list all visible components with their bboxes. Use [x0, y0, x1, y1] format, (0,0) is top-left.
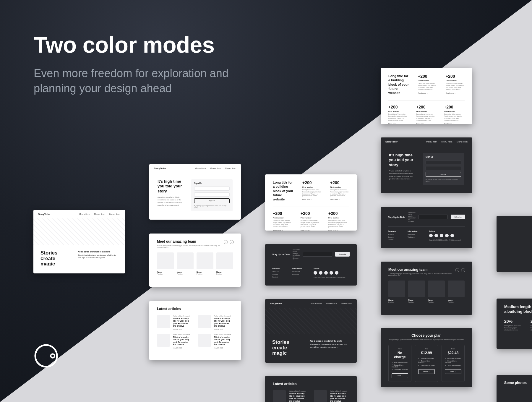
nav-item[interactable]: Menu item	[341, 302, 352, 305]
social-pinterest-icon[interactable]	[335, 271, 338, 275]
col-title: Information	[292, 268, 302, 269]
next-icon[interactable]: ›	[461, 268, 465, 272]
footer-link[interactable]: Careers	[272, 273, 280, 275]
team-sub: A short paragraph describing your team. …	[157, 245, 222, 248]
stat-label: First number	[416, 111, 435, 112]
stat-more[interactable]: Read more →	[418, 92, 437, 94]
plan-feature: First item included	[418, 357, 435, 359]
signup-button[interactable]: Sign up	[426, 172, 461, 177]
plan-feature: Second item included	[418, 360, 435, 364]
email-field[interactable]	[194, 192, 230, 197]
footer-link[interactable]: Newsletter	[408, 234, 417, 235]
stat-desc: Description of the number. People always…	[446, 82, 465, 90]
nav-item[interactable]: Menu item	[210, 167, 221, 170]
social-pinterest-icon[interactable]	[450, 234, 454, 237]
card-empty-dark	[497, 216, 532, 272]
stat-desc: Description of the number. People always…	[273, 220, 292, 228]
stat-more[interactable]: Read more →	[273, 229, 292, 231]
stat-label: First number	[273, 217, 292, 219]
social-twitter-icon[interactable]	[314, 271, 317, 275]
footer-link[interactable]: About us	[388, 234, 396, 235]
nav-item[interactable]: Menu item	[225, 167, 236, 170]
stat-value: +200	[418, 74, 437, 79]
name-field[interactable]	[426, 160, 461, 164]
social-twitter-icon[interactable]	[429, 234, 433, 237]
nav-item[interactable]: Menu item	[195, 167, 206, 170]
avatar	[408, 281, 425, 297]
signup-form: Sign Up Sign up By signing up you agree …	[423, 153, 464, 185]
nav-item[interactable]: Menu item	[311, 302, 322, 305]
social-instagram-icon[interactable]	[324, 271, 328, 275]
email-field[interactable]	[426, 166, 461, 170]
article-title[interactable]: Think of a catchy title for your blog po…	[173, 317, 192, 328]
col-title: Follow	[314, 268, 346, 269]
social-facebook-icon[interactable]	[434, 234, 438, 237]
signup-button[interactable]: Sign up	[194, 198, 230, 203]
article-title[interactable]: Think of a catchy title for your blog po…	[289, 393, 308, 402]
select-plan-button[interactable]: Select →	[392, 373, 408, 378]
select-plan-button[interactable]: Select →	[418, 369, 435, 374]
pct-value: 20%	[504, 319, 522, 324]
article-meta: Author or filed of research	[214, 334, 233, 335]
footer-link[interactable]: Webinars	[292, 273, 302, 275]
social-dribbble-icon[interactable]	[445, 234, 449, 237]
footer-link[interactable]: Newsletter	[292, 271, 302, 273]
social-instagram-icon[interactable]	[440, 234, 443, 237]
nav-item[interactable]: Menu item	[426, 140, 437, 143]
article-meta: Author or filed of research	[289, 390, 308, 392]
svg-point-0	[35, 345, 57, 367]
card-signup-light: StoryTellerMenu itemMenu itemMenu item I…	[149, 164, 241, 220]
card-footer-dark-2: Stay Up to Date Subscribe to our weekly …	[381, 207, 472, 248]
social-facebook-icon[interactable]	[319, 271, 322, 275]
footer-link[interactable]: Webinars	[408, 236, 417, 238]
stat-more[interactable]: Read more →	[301, 229, 319, 231]
stat-more[interactable]: Read more →	[330, 199, 349, 200]
hero-title: Stories create magic	[272, 340, 302, 356]
member-name: Name	[408, 299, 425, 301]
avatar	[388, 281, 405, 297]
article-title[interactable]: Think of a catchy title for your blog po…	[173, 336, 192, 346]
plan-feature: Second item included	[392, 364, 408, 368]
articles-title: Latest articles	[157, 307, 233, 311]
prev-icon[interactable]: ‹	[455, 268, 459, 272]
card-footer-dark-1: Stay Up to Date Subscribe to our weekly …	[265, 244, 357, 286]
footer-link[interactable]: Careers	[388, 236, 396, 238]
stat-desc: Description of the number. People always…	[418, 82, 437, 90]
next-icon[interactable]: ›	[230, 240, 234, 244]
stat-more[interactable]: Read more →	[416, 123, 435, 124]
nav-item[interactable]: Menu item	[109, 213, 120, 215]
subscribe-button[interactable]: Subscribe	[451, 215, 465, 219]
prev-icon[interactable]: ‹	[224, 240, 228, 244]
stat-more[interactable]: Read more →	[444, 123, 463, 124]
footer-link[interactable]: Contact	[272, 276, 280, 278]
nav-item[interactable]: Menu item	[441, 140, 452, 143]
article-title[interactable]: Think of a catchy title for your blog po…	[214, 317, 233, 328]
nav-item[interactable]: Menu item	[326, 302, 337, 305]
brand: StoryTeller	[154, 167, 166, 170]
stat-more[interactable]: Read more →	[302, 199, 321, 200]
select-plan-button[interactable]: Select →	[445, 369, 461, 374]
email-input[interactable]	[419, 215, 448, 219]
plan-price: No charge	[392, 351, 408, 359]
avatar	[448, 281, 465, 297]
nav-item[interactable]: Menu item	[79, 213, 90, 215]
hero-sub-bold: Add a sense of wonder of the world	[78, 250, 118, 253]
stat-value: +200	[328, 211, 347, 216]
nav-item[interactable]: Menu item	[457, 140, 468, 143]
stat-more[interactable]: Read more →	[328, 229, 347, 231]
footer-link[interactable]: About us	[272, 271, 280, 273]
card-team-dark: Meet our amazing team A short paragraph …	[381, 262, 472, 315]
footer-title: Stay Up to Date	[388, 216, 405, 218]
stat-more[interactable]: Read more →	[388, 123, 407, 124]
plan-tag: Pro	[418, 348, 435, 350]
nav-item[interactable]: Menu item	[94, 213, 105, 215]
footer-link[interactable]: Contact	[388, 239, 396, 241]
subscribe-button[interactable]: Subscribe	[335, 252, 350, 257]
stat-more[interactable]: Read more →	[446, 92, 465, 94]
social-dribbble-icon[interactable]	[330, 271, 333, 275]
article-title[interactable]: Think of a catchy title for your blog po…	[330, 393, 349, 402]
signup-title: It's high time you told your story	[158, 179, 183, 194]
email-input[interactable]	[303, 252, 332, 257]
article-title[interactable]: Think of a catchy title for your blog po…	[214, 336, 233, 346]
name-field[interactable]	[194, 187, 230, 191]
